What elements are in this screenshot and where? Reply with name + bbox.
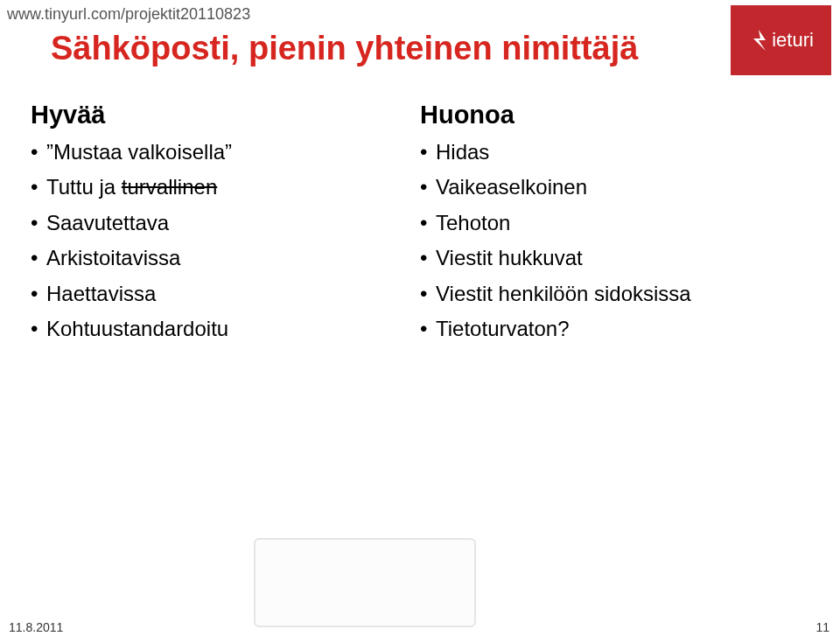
list-item: Viestit hukkuvat [420,244,809,272]
list-item: Haettavissa [31,280,420,308]
list-item: Viestit henkilöön sidoksissa [420,280,809,308]
list-item: Tehoton [420,209,809,237]
right-heading: Huonoa [420,101,809,129]
slide-title: Sähköposti, pienin yhteinen nimittäjä [51,30,638,67]
list-item-strike: turvallinen [122,175,217,199]
brand-logo: ieturi [731,5,831,75]
list-item: ”Mustaa valkoisella” [31,138,420,166]
logo-mark-icon [748,28,769,52]
left-heading: Hyvää [31,101,420,129]
footer-page-number: 11 [816,620,830,634]
list-item: Hidas [420,138,809,166]
header-url: www.tinyurl.com/projektit20110823 [7,5,250,24]
footer-date: 11.8.2011 [9,620,63,634]
list-item: Kohtuustandardoitu [31,315,420,343]
left-column: Hyvää ”Mustaa valkoisella” Tuttu ja turv… [31,101,420,350]
list-item-prefix: Tuttu ja [46,175,122,199]
list-item: Arkistoitavissa [31,244,420,272]
list-item: Saavutettava [31,209,420,237]
list-item: Vaikeaselkoinen [420,173,809,201]
list-item: Tuttu ja turvallinen [31,173,420,201]
list-item: Tietoturvaton? [420,315,809,343]
right-column: Huonoa Hidas Vaikeaselkoinen Tehoton Vie… [420,101,809,350]
bottom-placeholder [254,538,476,627]
logo-text: ieturi [772,29,814,52]
